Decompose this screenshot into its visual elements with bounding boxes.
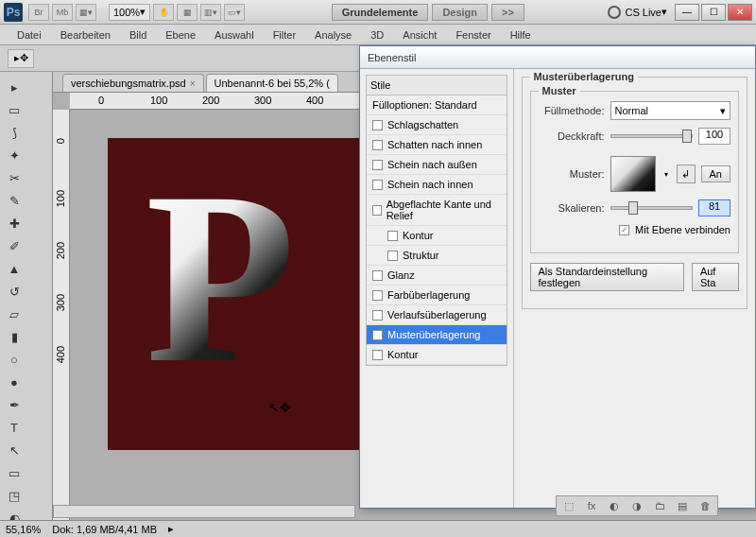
effect-bevel-struktur[interactable]: Struktur xyxy=(367,246,507,266)
link-layer-checkbox[interactable] xyxy=(619,225,629,235)
layer-fx-icon[interactable]: fx xyxy=(583,498,600,513)
lasso-tool[interactable]: ⟆ xyxy=(3,122,26,143)
doc-tab-0[interactable]: verschiebungsmatrix.psd× xyxy=(62,74,204,92)
marquee-tool[interactable]: ▭ xyxy=(3,99,26,120)
rotate-view-shortcut[interactable]: ▦ xyxy=(177,4,198,21)
menu-filter[interactable]: Filter xyxy=(264,29,305,41)
menu-ebene[interactable]: Ebene xyxy=(156,29,205,41)
menu-fenster[interactable]: Fenster xyxy=(446,29,500,41)
scale-input[interactable]: 81 xyxy=(698,199,730,217)
effect-bevel[interactable]: Abgeflachte Kante und Relief xyxy=(367,195,507,226)
menu-hilfe[interactable]: Hilfe xyxy=(501,29,541,41)
effect-kontur[interactable]: Kontur xyxy=(367,345,507,365)
menu-bild[interactable]: Bild xyxy=(120,29,156,41)
menu-bearbeiten[interactable]: Bearbeiten xyxy=(51,29,120,41)
checkbox[interactable] xyxy=(372,310,383,320)
path-select-tool[interactable]: ↖ xyxy=(3,440,26,460)
window-maximize[interactable]: ☐ xyxy=(701,4,726,21)
horizontal-scrollbar[interactable] xyxy=(53,505,355,518)
hand-tool-shortcut[interactable]: ✋ xyxy=(153,4,174,21)
effect-schlagschatten[interactable]: Schlagschatten xyxy=(367,115,507,135)
new-group-icon[interactable]: 🗀 xyxy=(651,498,668,513)
effect-verlaufsueberlagerung[interactable]: Verlaufsüberlagerung xyxy=(367,305,507,325)
healing-tool[interactable]: ✚ xyxy=(3,213,26,234)
doc-tab-1[interactable]: Unbenannt-6 bei 55,2% ( xyxy=(206,74,338,92)
pen-tool[interactable]: ✒ xyxy=(3,394,26,415)
snap-to-origin-button[interactable]: An xyxy=(701,165,730,182)
make-default-button[interactable]: Als Standardeinstellung festlegen xyxy=(530,263,684,291)
checkbox[interactable] xyxy=(387,231,398,241)
fill-options-row[interactable]: Fülloptionen: Standard xyxy=(367,95,507,115)
blur-tool[interactable]: ○ xyxy=(3,349,26,370)
menu-analyse[interactable]: Analyse xyxy=(305,29,361,41)
type-tool[interactable]: T xyxy=(3,417,26,438)
checkbox[interactable] xyxy=(372,140,383,150)
minibridge-button[interactable]: Mb xyxy=(52,4,73,21)
workspace-grundelemente[interactable]: Grundelemente xyxy=(332,4,429,21)
checkbox[interactable] xyxy=(372,160,383,170)
snap-to-origin-icon[interactable]: ↲ xyxy=(677,165,696,183)
effect-schein-innen[interactable]: Schein nach innen xyxy=(367,175,507,195)
window-close[interactable]: ✕ xyxy=(728,4,752,21)
window-minimize[interactable]: — xyxy=(675,4,699,21)
menu-ansicht[interactable]: Ansicht xyxy=(393,29,446,41)
layer-mask-icon[interactable]: ◐ xyxy=(606,498,623,513)
close-icon[interactable]: × xyxy=(190,78,196,89)
view-extras-button[interactable]: ▦▾ xyxy=(76,4,96,21)
shape-tool[interactable]: ▭ xyxy=(3,462,26,483)
styles-header[interactable]: Stile xyxy=(366,75,507,95)
checkbox[interactable] xyxy=(372,270,383,281)
checkbox[interactable] xyxy=(372,205,382,216)
crop-tool[interactable]: ✂ xyxy=(3,167,26,188)
screen-mode-button[interactable]: ▭▾ xyxy=(224,4,245,21)
pattern-dropdown-icon[interactable]: ▾ xyxy=(662,170,671,179)
brush-tool[interactable]: ✐ xyxy=(3,235,26,256)
document-canvas[interactable]: P xyxy=(108,138,372,450)
move-tool[interactable]: ▸ xyxy=(3,77,26,97)
checkbox[interactable] xyxy=(372,290,383,301)
delete-layer-icon[interactable]: 🗑 xyxy=(696,498,713,513)
status-zoom[interactable]: 55,16% xyxy=(6,524,41,535)
workspace-design[interactable]: Design xyxy=(432,4,488,21)
menu-3d[interactable]: 3D xyxy=(361,29,393,41)
scale-slider[interactable] xyxy=(610,206,693,210)
status-menu-icon[interactable]: ▸ xyxy=(168,523,174,535)
dialog-titlebar[interactable]: Ebenenstil xyxy=(360,46,755,69)
effect-musterueberlagerung[interactable]: Musterüberlagerung xyxy=(367,325,507,345)
effect-glanz[interactable]: Glanz xyxy=(367,266,507,286)
checkbox[interactable] xyxy=(387,251,398,261)
eyedropper-tool[interactable]: ✎ xyxy=(3,190,26,211)
3d-tool[interactable]: ◳ xyxy=(3,485,26,506)
checkbox[interactable] xyxy=(372,330,383,340)
menu-auswahl[interactable]: Auswahl xyxy=(205,29,264,41)
checkbox[interactable] xyxy=(372,180,383,190)
history-brush-tool[interactable]: ↺ xyxy=(3,281,26,302)
adjustment-layer-icon[interactable]: ◑ xyxy=(628,498,645,513)
dodge-tool[interactable]: ● xyxy=(3,372,26,392)
cs-live-button[interactable]: CS Live ▾ xyxy=(608,6,667,19)
effect-schatten-innen[interactable]: Schatten nach innen xyxy=(367,135,507,155)
magic-wand-tool[interactable]: ✦ xyxy=(3,145,26,165)
gradient-tool[interactable]: ▮ xyxy=(3,326,26,347)
current-tool-indicator[interactable]: ▸✥ xyxy=(8,49,34,68)
menu-datei[interactable]: Datei xyxy=(8,29,51,41)
bridge-button[interactable]: Br xyxy=(28,4,49,21)
opacity-slider[interactable] xyxy=(610,134,693,138)
checkbox[interactable] xyxy=(372,350,383,360)
link-layers-icon[interactable]: ⬚ xyxy=(560,498,577,513)
opacity-input[interactable]: 100 xyxy=(698,128,730,145)
eraser-tool[interactable]: ▱ xyxy=(3,303,26,324)
effect-schein-aussen[interactable]: Schein nach außen xyxy=(367,155,507,175)
new-layer-icon[interactable]: ▤ xyxy=(674,498,691,513)
effect-bevel-kontur[interactable]: Kontur xyxy=(367,226,507,246)
zoom-dropdown[interactable]: 100% ▾ xyxy=(109,4,150,21)
workspace-more[interactable]: >> xyxy=(491,4,524,21)
blend-mode-select[interactable]: Normal▾ xyxy=(610,101,730,120)
pattern-picker[interactable] xyxy=(610,156,656,192)
reset-default-button[interactable]: Auf Sta xyxy=(692,263,739,291)
effect-farbueberlagerung[interactable]: Farbüberlagerung xyxy=(367,286,507,305)
stamp-tool[interactable]: ▲ xyxy=(3,258,26,279)
arrange-docs-button[interactable]: ▥▾ xyxy=(200,4,221,21)
status-doc-size[interactable]: Dok: 1,69 MB/4,41 MB xyxy=(52,524,157,535)
checkbox[interactable] xyxy=(372,120,383,130)
